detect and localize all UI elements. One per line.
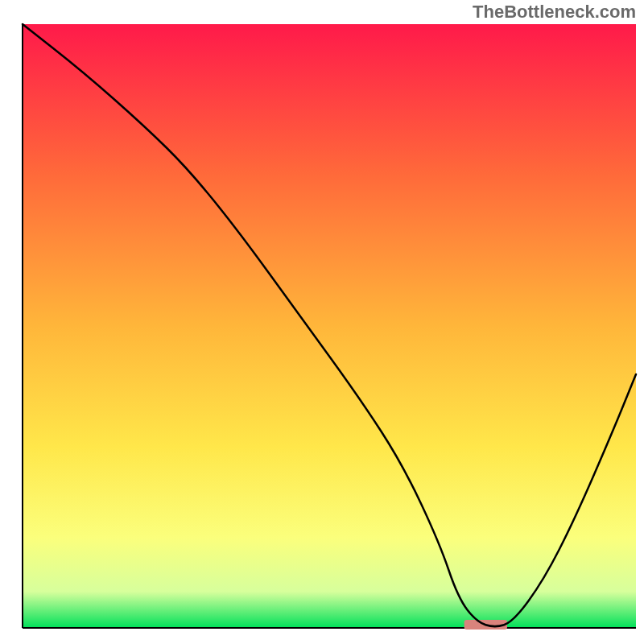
watermark-label: TheBottleneck.com — [473, 2, 636, 23]
chart-svg — [0, 0, 644, 644]
plot-background — [23, 24, 636, 628]
bottleneck-chart: TheBottleneck.com — [0, 0, 644, 644]
